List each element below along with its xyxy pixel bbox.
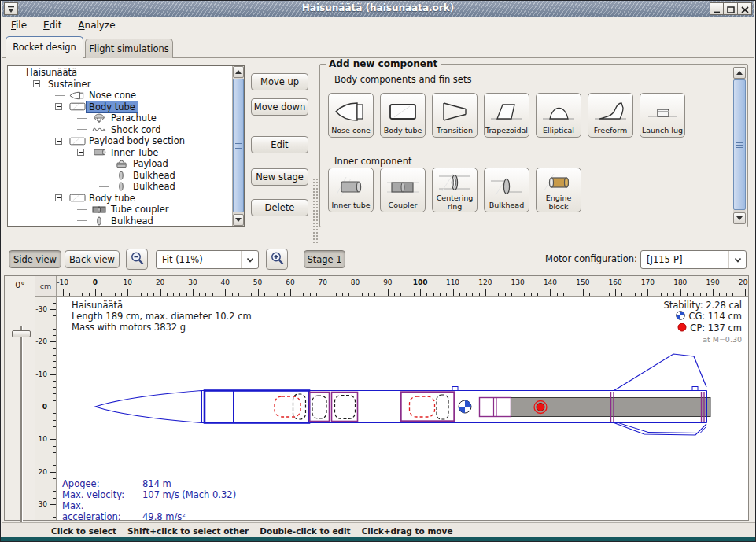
expander-icon[interactable] xyxy=(55,135,68,146)
component-button-trapezoidal[interactable]: Trapezoidal xyxy=(484,93,529,138)
component-button-elliptical[interactable]: Elliptical xyxy=(536,93,581,138)
tree-item-bulkhead[interactable]: Bulkhead xyxy=(8,181,232,193)
tree-item-tube-coupler[interactable]: Tube coupler xyxy=(8,204,232,216)
splitpane-divider[interactable] xyxy=(312,178,319,245)
close-button[interactable] xyxy=(738,2,752,15)
tree-item-sustainer[interactable]: Sustainer xyxy=(8,79,232,90)
tree-connector xyxy=(77,216,90,227)
expander-icon[interactable] xyxy=(33,79,46,90)
engine-block-lg-icon xyxy=(541,171,576,194)
ruler-unit: cm xyxy=(35,276,57,297)
motor-configuration-value: [J115-P] xyxy=(647,254,682,265)
fin-trapezoidal-icon xyxy=(489,96,524,127)
flight-stat-max-velocity: Max. velocity:107 m/s (Mach 0.32) xyxy=(62,489,236,500)
rotation-slider[interactable] xyxy=(20,326,23,533)
component-button-nose-cone[interactable]: Nose cone xyxy=(328,93,374,138)
scroll-up-button[interactable] xyxy=(733,67,746,79)
vertical-ruler: -30-20-100102030 xyxy=(35,297,57,520)
move-down-button[interactable]: Move down xyxy=(251,98,308,116)
component-button-label: Nose cone xyxy=(331,127,371,135)
scroll-up-button[interactable] xyxy=(233,66,244,78)
move-up-button[interactable]: Move up xyxy=(251,73,308,90)
minimize-button[interactable] xyxy=(710,2,724,15)
new-stage-button[interactable]: New stage xyxy=(251,168,308,186)
component-button-coupler[interactable]: Coupler xyxy=(380,168,426,212)
chevron-down-icon xyxy=(734,254,742,265)
launch-lug-shape xyxy=(452,387,458,391)
component-button-centering-ring[interactable]: Centering ring xyxy=(432,168,478,212)
tree-item-parachute[interactable]: Parachute xyxy=(8,112,232,124)
stage-1-toggle[interactable]: Stage 1 xyxy=(304,250,345,268)
delete-button[interactable]: Delete xyxy=(251,199,308,216)
component-button-engine-block[interactable]: Engine block xyxy=(536,168,581,212)
component-button-transition[interactable]: Transition xyxy=(432,93,478,138)
component-button-body-tube[interactable]: Body tube xyxy=(380,93,426,138)
back-view-button[interactable]: Back view xyxy=(65,250,120,268)
component-button-bulkhead[interactable]: Bulkhead xyxy=(484,168,529,212)
magnifier-plus-icon xyxy=(270,251,285,268)
tree-item-body-tube[interactable]: Body tube xyxy=(8,101,232,113)
expander-icon[interactable] xyxy=(77,147,90,158)
component-button-launch-lug[interactable]: Launch lug xyxy=(640,93,685,138)
zoom-in-button[interactable] xyxy=(266,249,288,270)
component-scrollbar[interactable] xyxy=(733,67,746,224)
component-button-label: Inner tube xyxy=(331,201,370,210)
tree-item-label: Haisunäätä xyxy=(24,67,79,78)
tab-rocket-design[interactable]: Rocket design xyxy=(6,36,83,58)
menu-item-analyze[interactable]: Analyze xyxy=(71,17,122,35)
tree-item-shock-cord[interactable]: Shock cord xyxy=(8,124,232,136)
window-titlebar[interactable]: Haisunäätä (haisunaata.ork) xyxy=(2,1,754,17)
maximize-button[interactable] xyxy=(724,2,738,15)
tree-item-inner-tube[interactable]: Inner Tube xyxy=(8,147,232,159)
component-button-label: Launch lug xyxy=(642,127,683,135)
flight-stat-max-acceleration: Max. acceleration:49.8 m/s² xyxy=(62,500,236,520)
fin-top-shape xyxy=(614,354,707,391)
magnifier-minus-icon xyxy=(130,251,145,268)
component-button-freeform[interactable]: Freeform xyxy=(588,93,633,138)
cg-marker xyxy=(459,400,471,413)
component-tree[interactable]: HaisunäätäSustainerNose coneBody tubePar… xyxy=(7,65,245,227)
tree-item-bulkhead[interactable]: Bulkhead xyxy=(8,216,232,227)
status-hint: Double-click to edit xyxy=(260,526,350,536)
tree-connector xyxy=(99,170,112,181)
rocket-mass: Mass with motors 3832 g xyxy=(72,322,252,333)
scroll-down-button[interactable] xyxy=(233,214,244,226)
tab-flight-simulations[interactable]: Flight simulations xyxy=(85,39,173,58)
scroll-down-button[interactable] xyxy=(733,212,746,224)
tree-item-bulkhead[interactable]: Bulkhead xyxy=(8,170,232,182)
tree-item-label: Payload xyxy=(131,158,171,169)
diagram-panel: 0° cm -100102030405060708090100110120130… xyxy=(4,275,749,521)
edit-button[interactable]: Edit xyxy=(251,136,308,153)
tree-item-haisun-t[interactable]: Haisunäätä xyxy=(8,67,232,79)
cg-icon xyxy=(676,311,685,323)
zoom-out-button[interactable] xyxy=(126,249,148,270)
side-view-button[interactable]: Side view xyxy=(9,250,61,268)
component-button-label: Transition xyxy=(437,127,473,135)
motor-configuration-select[interactable]: [J115-P] xyxy=(640,250,747,269)
component-button-label: Elliptical xyxy=(543,127,574,135)
arrow-up-icon xyxy=(235,70,242,74)
component-button-inner-tube[interactable]: Inner tube xyxy=(328,168,374,212)
add-component-panel: Add new component Body components and fi… xyxy=(319,64,748,227)
minimize-icon xyxy=(713,2,721,17)
expander-icon[interactable] xyxy=(55,101,68,112)
tree-item-label: Bulkhead xyxy=(131,181,178,192)
tree-item-payload-body-section[interactable]: Payload body section xyxy=(8,135,232,147)
component-button-label: Bulkhead xyxy=(489,201,524,210)
menu-item-file[interactable]: File xyxy=(4,17,34,35)
zoom-level-select[interactable]: Fit (11%) xyxy=(156,250,259,269)
scrollbar-thumb[interactable] xyxy=(233,79,244,212)
rocket-canvas[interactable]: Haisunäätä Length 189 cm, max. diameter … xyxy=(57,297,748,520)
body-tube-lg-icon xyxy=(385,96,420,127)
tree-item-nose-cone[interactable]: Nose cone xyxy=(8,90,232,101)
body-tube-icon xyxy=(68,137,87,146)
menu-item-edit[interactable]: Edit xyxy=(36,17,68,35)
coupler-icon xyxy=(90,205,109,214)
window-title: Haisunäätä (haisunaata.ork) xyxy=(2,2,754,13)
rotation-slider-handle[interactable] xyxy=(12,330,31,337)
tree-item-payload[interactable]: Payload xyxy=(8,158,232,170)
tree-scrollbar[interactable] xyxy=(232,66,244,226)
scrollbar-thumb[interactable] xyxy=(733,79,746,210)
expander-icon[interactable] xyxy=(55,193,68,204)
tree-item-body-tube[interactable]: Body tube xyxy=(8,193,232,205)
